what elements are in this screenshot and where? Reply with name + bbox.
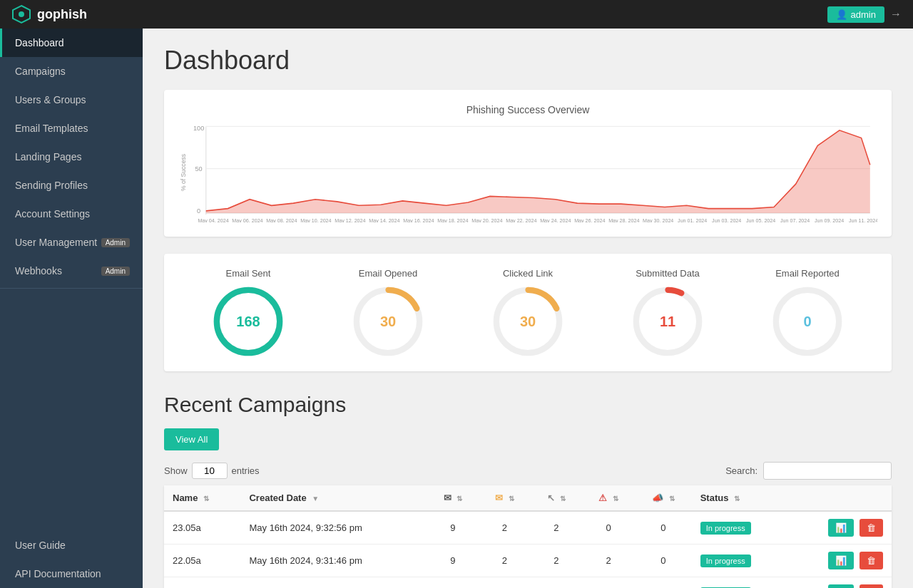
cell-opened: 2 xyxy=(479,545,531,577)
cell-date: May 16th 2024, 9:30:35 pm xyxy=(240,577,427,589)
svg-text:May 24,
2024: May 24, 2024 xyxy=(540,217,571,222)
donut-email-reported: 0 xyxy=(772,286,843,357)
donut-email-sent: 168 xyxy=(213,286,284,357)
svg-text:Jun 09,
2024: Jun 09, 2024 xyxy=(815,217,844,222)
sidebar-item-dashboard[interactable]: Dashboard xyxy=(0,29,143,57)
chart-svg: 100 50 0 May 04, 2024 May xyxy=(178,123,877,222)
sidebar-badge: Admin xyxy=(101,267,130,276)
view-all-button[interactable]: View All xyxy=(164,428,219,450)
logout-button[interactable]: → xyxy=(890,8,902,21)
campaigns-table: Name ⇅ Created Date ▼ ✉ ⇅ ✉ ⇅ ↖ ⇅ ⚠ ⇅ 📣 … xyxy=(164,485,892,588)
delete-button[interactable]: 🗑 xyxy=(860,552,883,569)
cell-submitted: 0 xyxy=(582,511,635,545)
col-header-email-opened: ✉ ⇅ xyxy=(479,485,531,511)
sort-icon-date[interactable]: ▼ xyxy=(312,495,319,502)
main-content: Dashboard Phishing Success Overview 100 … xyxy=(143,29,913,588)
col-header-name: Name ⇅ xyxy=(164,485,240,511)
svg-point-1 xyxy=(19,11,24,17)
sidebar-item-label: Email Templates xyxy=(15,123,88,134)
navbar-right: 👤 admin → xyxy=(827,6,902,23)
cell-name: 22.05a xyxy=(164,545,240,577)
exclaim-icon: ⚠ xyxy=(598,492,607,503)
sidebar-item-users-groups[interactable]: Users & Groups xyxy=(0,86,143,114)
cell-reported: 0 xyxy=(635,545,692,577)
sidebar-item-landing-pages[interactable]: Landing Pages xyxy=(0,143,143,171)
navbar: gophish 👤 admin → xyxy=(0,0,913,29)
logo-icon xyxy=(11,4,31,24)
svg-text:May 06,
2024: May 06, 2024 xyxy=(232,217,262,222)
sort-icon-status[interactable]: ⇅ xyxy=(734,495,740,502)
sidebar-item-sending-profiles[interactable]: Sending Profiles xyxy=(0,171,143,200)
sidebar-item-label: Campaigns xyxy=(15,66,66,77)
admin-button[interactable]: 👤 admin xyxy=(827,6,884,23)
brand: gophish xyxy=(11,4,87,24)
cell-sent: 9 xyxy=(427,577,479,589)
sidebar-item-user-guide[interactable]: User Guide xyxy=(0,531,143,559)
cell-reported: 0 xyxy=(635,511,692,545)
stat-label-clicked-link: Clicked Link xyxy=(458,268,598,279)
col-header-reported: 📣 ⇅ xyxy=(635,485,692,511)
sort-icon-name[interactable]: ⇅ xyxy=(203,495,209,502)
stat-clicked-link: Clicked Link 30 xyxy=(458,268,598,357)
sidebar: DashboardCampaignsUsers & GroupsEmail Te… xyxy=(0,29,143,588)
admin-label: admin xyxy=(851,9,876,20)
col-header-actions xyxy=(789,485,892,511)
sort-icon-reported[interactable]: ⇅ xyxy=(669,495,675,502)
logout-icon: → xyxy=(890,8,902,20)
table-row: 21.05a May 16th 2024, 9:30:35 pm 9 4 4 1… xyxy=(164,577,892,589)
table-controls: Show entries Search: xyxy=(164,462,892,480)
col-header-date: Created Date ▼ xyxy=(240,485,427,511)
svg-text:50: 50 xyxy=(195,165,202,172)
user-icon: 👤 xyxy=(836,9,847,20)
sidebar-item-email-templates[interactable]: Email Templates xyxy=(0,114,143,143)
show-label: Show xyxy=(164,465,188,476)
table-row: 22.05a May 16th 2024, 9:31:46 pm 9 2 2 2… xyxy=(164,545,892,577)
entries-input[interactable] xyxy=(192,463,228,479)
stat-label-submitted-data: Submitted Data xyxy=(598,268,738,279)
stat-email-reported: Email Reported 0 xyxy=(738,268,877,357)
svg-text:May 04,
2024: May 04, 2024 xyxy=(198,217,228,222)
sidebar-item-campaigns[interactable]: Campaigns xyxy=(0,57,143,86)
svg-text:May 16,
2024: May 16, 2024 xyxy=(403,217,434,222)
chart-title: Phishing Success Overview xyxy=(178,104,877,115)
sort-icon-submitted[interactable]: ⇅ xyxy=(613,495,618,502)
sort-icon-opened[interactable]: ⇅ xyxy=(509,495,514,502)
sidebar-nav: DashboardCampaignsUsers & GroupsEmail Te… xyxy=(0,29,143,285)
search-box: Search: xyxy=(725,462,892,480)
sidebar-item-user-management[interactable]: User ManagementAdmin xyxy=(0,228,143,257)
show-entries: Show entries xyxy=(164,463,260,479)
cell-date: May 16th 2024, 9:32:56 pm xyxy=(240,511,427,545)
sort-icon-email[interactable]: ⇅ xyxy=(456,495,462,502)
search-label: Search: xyxy=(725,465,758,476)
stat-value-email-sent: 168 xyxy=(236,314,260,330)
stat-email-opened: Email Opened 30 xyxy=(318,268,458,357)
svg-text:Jun 07,
2024: Jun 07, 2024 xyxy=(780,217,810,222)
delete-button[interactable]: 🗑 xyxy=(860,584,883,588)
donut-submitted-data: 11 xyxy=(632,286,703,357)
stats-button[interactable]: 📊 xyxy=(828,519,854,537)
cell-actions: 📊 🗑 xyxy=(789,545,892,577)
svg-text:0: 0 xyxy=(197,207,200,215)
brand-name: gophish xyxy=(37,7,87,22)
sidebar-item-api-docs[interactable]: API Documentation xyxy=(0,559,143,588)
sort-icon-clicked[interactable]: ⇅ xyxy=(560,495,566,502)
cell-sent: 9 xyxy=(427,511,479,545)
cell-actions: 📊 🗑 xyxy=(789,577,892,589)
cell-status: In progress xyxy=(692,511,789,545)
page-title: Dashboard xyxy=(164,46,892,76)
status-badge: In progress xyxy=(700,555,751,567)
entries-label: entries xyxy=(232,465,260,476)
stat-value-submitted-data: 11 xyxy=(660,314,675,330)
sidebar-item-webhooks[interactable]: WebhooksAdmin xyxy=(0,257,143,285)
chart-area: 100 50 0 May 04, 2024 May xyxy=(178,123,877,222)
cell-status: In progress xyxy=(692,577,789,589)
stat-submitted-data: Submitted Data 11 xyxy=(598,268,738,357)
search-input[interactable] xyxy=(763,462,892,480)
cell-reported: 0 xyxy=(635,577,692,589)
delete-button[interactable]: 🗑 xyxy=(860,519,883,537)
svg-text:May 30,
2024: May 30, 2024 xyxy=(643,217,673,222)
stats-button[interactable]: 📊 xyxy=(828,552,854,569)
sidebar-item-account-settings[interactable]: Account Settings xyxy=(0,200,143,228)
stats-button[interactable]: 📊 xyxy=(828,584,854,588)
cell-submitted: 1 xyxy=(582,577,635,589)
